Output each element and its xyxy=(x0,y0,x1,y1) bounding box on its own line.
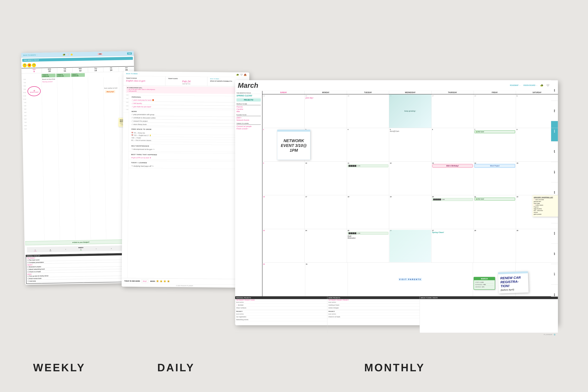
cell-feb26: 26 keep growing~ xyxy=(389,94,431,128)
cal-header-mon: MONDAY xyxy=(305,91,347,94)
daily-planner: BACK TO WEEK → 🐢 🤍 📤 TODAY'S FOCUS Engli… xyxy=(121,71,249,288)
daily-back-nav[interactable]: BACK TO WEEK → xyxy=(126,73,140,74)
weekly-day-sat: SAT15 xyxy=(119,66,134,72)
label-daily: DAILY xyxy=(157,362,195,374)
award-sticker-2: ❤️ xyxy=(27,63,31,67)
places-title: PLACES TO GO xyxy=(236,114,261,116)
weekly-day-thu: THU13 xyxy=(88,67,103,72)
cell-feb25: 25 xyxy=(347,94,389,128)
mood-excited[interactable]: 😄 xyxy=(167,280,170,283)
mood-happy[interactable]: 😊 xyxy=(156,280,159,282)
payday-badge-1: 💵 PAY DAY xyxy=(474,130,515,133)
daily-icon-heart: 🤍 xyxy=(240,73,243,76)
daily-icon-turtle: 🐢 xyxy=(236,73,239,76)
weekly-day-mon: MON10 xyxy=(42,68,57,73)
monthly-focus-secondary: PROJECTS! xyxy=(236,98,261,102)
renew-car-sticky: RENEW CAR REGISTRA-TION! (before April) xyxy=(498,271,529,294)
weekly-icon-turtle: 🐢 xyxy=(62,53,65,56)
spring-forward-decoration: 🌸 Spring Forward xyxy=(27,86,41,96)
cal-header-thu: THURSDAY xyxy=(432,91,474,94)
weekly-todo-box: PERSONAL TO-DO LIST TOP PRIORITY ☐ Plan … xyxy=(26,253,137,284)
daily-gamechanger: MY GAMECHANGER GOAL: ✓ go to the gym aft… xyxy=(126,86,247,94)
monthly-footer-planner: PLANNER xyxy=(544,334,553,335)
cal-header-tue: TUESDAY xyxy=(347,91,389,94)
exercise-badge-wed: TODAY'S EXERCISE xyxy=(71,73,85,77)
cell-mar14: 14 Work Project xyxy=(474,162,516,195)
work-section: WORK ✓ prep presentation with group ✓ co… xyxy=(129,110,249,127)
cal-header-sun: SUNDAY xyxy=(262,91,305,94)
best-thing-section: BEST THING THAT HAPPENED ★ got a 87% on … xyxy=(128,152,249,160)
monthly-vision-nav[interactable]: VISION BOARD → xyxy=(523,84,538,86)
cell-mar31: 31 xyxy=(305,263,348,296)
free-space-section: FREE SPACE TO GROW 📅 7/8 — Essay due 📅 7… xyxy=(129,127,249,144)
cell-feb28: 28 xyxy=(474,94,516,128)
cell-mar6: 6 xyxy=(432,128,474,162)
award-sticker-1: 🏅 xyxy=(23,63,27,67)
cal-header-wed: WEDNESDAY xyxy=(389,91,431,94)
cell-mar29: 29 xyxy=(516,229,558,262)
thing-1: Connect w/ people xyxy=(236,125,261,127)
weekly-finish-book: finish reading my book xyxy=(104,86,119,90)
back-to-week-nav[interactable]: BACK TO WEEK → xyxy=(210,78,247,80)
self-maintenance-section: SELF-MAINTENANCE 〜 decompressed at the g… xyxy=(128,144,249,152)
one-word-value[interactable]: busy! xyxy=(141,279,148,283)
monthly-roadmap-nav[interactable]: ROADMAP → xyxy=(510,84,521,86)
personal-section: PERSONAL ✓ pack meal prep for lunch 🎁 ✓ … xyxy=(129,95,249,109)
today-date-value: Feb 24 xyxy=(168,80,205,83)
cell-feb24: 24 yest day~ xyxy=(305,94,347,128)
personal-projects-col: PERSONAL PROJECTS TOP PRIORITY PROJECT: … xyxy=(235,296,327,333)
weekly-back-nav[interactable]: BACK TO MONTH → xyxy=(23,54,38,56)
cell-mar26: 26 xyxy=(389,229,431,262)
weekly-meal-prep: Meal prep! xyxy=(104,89,119,94)
monthly-icon-heart: 🤍 xyxy=(546,84,550,87)
place-1: DMV= xyxy=(236,117,261,119)
work-projects-col: WORK PROJECTS TOP PRIORITY PROJECT: PROJ… xyxy=(327,296,420,333)
cell-mar19: 19 xyxy=(389,195,431,229)
cell-mar27: 27 Spring Clean! xyxy=(432,229,474,262)
mood-neutral[interactable]: 😐 xyxy=(160,280,163,283)
cell-mar11: 11 ⬛⬛⬛⬛ 2.470 xyxy=(347,162,389,195)
network-event-notepad: NETWORK EVENT 3/10@ 1PM xyxy=(277,130,310,160)
cell-mar10: 10 xyxy=(305,162,347,195)
things-title: THINGS TO LEARN xyxy=(236,123,261,125)
today-learned-section: TODAY I LEARNED 〜 studying hard pays off… xyxy=(128,160,249,169)
label-weekly: WEEKLY xyxy=(33,362,85,374)
main-container: BACK TO MONTH → 🐢 🤍 ⭐ JAN FEB THIS WEEK'… xyxy=(0,0,588,392)
daily-icon-share: 📤 xyxy=(244,73,247,76)
person-1: Parents xyxy=(236,106,261,108)
planners-row: BACK TO MONTH → 🐢 🤍 ⭐ JAN FEB THIS WEEK'… xyxy=(10,39,578,354)
cell-mar17: 17 xyxy=(305,195,347,229)
weekly-mini-cal: MARCH SMTWTFS 2,030 TBD 10% xyxy=(25,244,136,253)
cell-feb27: 27 xyxy=(432,94,474,128)
birthday-badge: Allie's Birthday! xyxy=(432,164,473,168)
cell-mar23: 23 xyxy=(262,229,305,262)
weekly-icon-heart: 🤍 xyxy=(66,53,69,56)
label-monthly: MONTHLY xyxy=(364,362,425,374)
cell-mar1: 1 xyxy=(516,94,558,128)
cell-mar15: 15 xyxy=(516,162,558,195)
monthly-focus-value: SPRING CLEAN! xyxy=(236,94,261,97)
thing-2: Finish a book~ xyxy=(236,128,261,130)
cell-mar30: 30 xyxy=(262,263,305,296)
cell-mar5: 5 docs@11am xyxy=(389,128,431,162)
cell-mar21: 21 💵 PAY DAY xyxy=(474,195,516,229)
today-focus-value: English class & gym xyxy=(126,79,163,82)
cell-mar24: 24 xyxy=(305,229,347,262)
monthly-title: March xyxy=(238,82,258,90)
march-goal-card: MARCH STEPS: 2.030 EXPENSES: TBD SAVINGS… xyxy=(474,277,495,290)
weekly-icon-star: ⭐ xyxy=(70,53,73,56)
cell-mar3: 3 xyxy=(305,128,347,162)
cell-mar9: 9 xyxy=(262,162,305,195)
mood-sad[interactable]: 😔 xyxy=(163,280,166,283)
work-project-badge: Work Project xyxy=(474,164,515,168)
cal-header-sat: SATURDAY xyxy=(516,91,558,94)
cell-feb23: 23 xyxy=(262,94,305,128)
weekly-day-tue: TUE11 xyxy=(57,68,73,73)
cell-mar18: 18 xyxy=(347,195,389,229)
monthly-footer-g: G xyxy=(554,334,555,336)
cell-mar20: 20 ⬛⬛⬛⬛ 3.365 xyxy=(432,195,474,229)
mood-section: MOOD: 😊 😐 😔 😄 xyxy=(150,280,170,283)
cal-header-fri: FRIDAY xyxy=(474,91,516,94)
cell-mar8: 8 xyxy=(516,128,558,162)
people-title: PEOPLE TO SEE xyxy=(236,103,261,105)
